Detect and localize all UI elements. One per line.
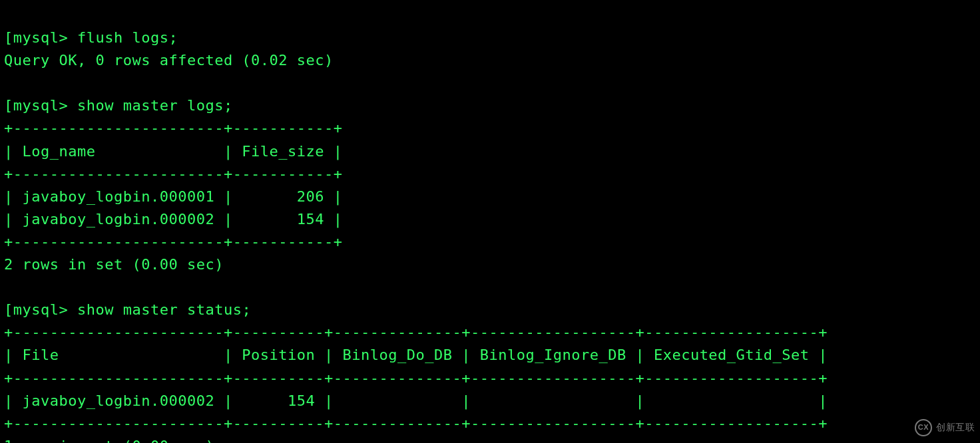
table-border: +-----------------------+----------+----… [4, 370, 828, 386]
table-border: +-----------------------+-----------+ [4, 233, 343, 250]
prompt-line: [mysql> show master logs; [4, 97, 233, 114]
prompt-line: [mysql> show master status; [4, 301, 251, 318]
rows-summary: 2 rows in set (0.00 sec) [4, 256, 224, 273]
terminal-output[interactable]: [mysql> flush logs; Query OK, 0 rows aff… [0, 0, 980, 443]
table-border: +-----------------------+-----------+ [4, 166, 343, 182]
prompt-line: [mysql> flush logs; [4, 29, 178, 46]
table-border: +-----------------------+----------+----… [4, 324, 828, 341]
table-row: | javaboy_logbin.000001 | 206 | [4, 188, 343, 205]
rows-summary: 1 row in set (0.00 sec) [4, 438, 214, 443]
watermark: CX 创新互联 [915, 419, 975, 436]
watermark-brand: 创新互联 [936, 420, 975, 435]
table-header-row: | Log_name | File_size | [4, 143, 343, 160]
table-border: +-----------------------+----------+----… [4, 415, 828, 432]
table-border: +-----------------------+-----------+ [4, 120, 343, 136]
table-row: | javaboy_logbin.000002 | 154 | | | | [4, 392, 828, 409]
table-header-row: | File | Position | Binlog_Do_DB | Binlo… [4, 347, 828, 363]
watermark-logo-icon: CX [915, 419, 932, 436]
query-ok: Query OK, 0 rows affected (0.02 sec) [4, 52, 334, 69]
table-row: | javaboy_logbin.000002 | 154 | [4, 211, 343, 227]
